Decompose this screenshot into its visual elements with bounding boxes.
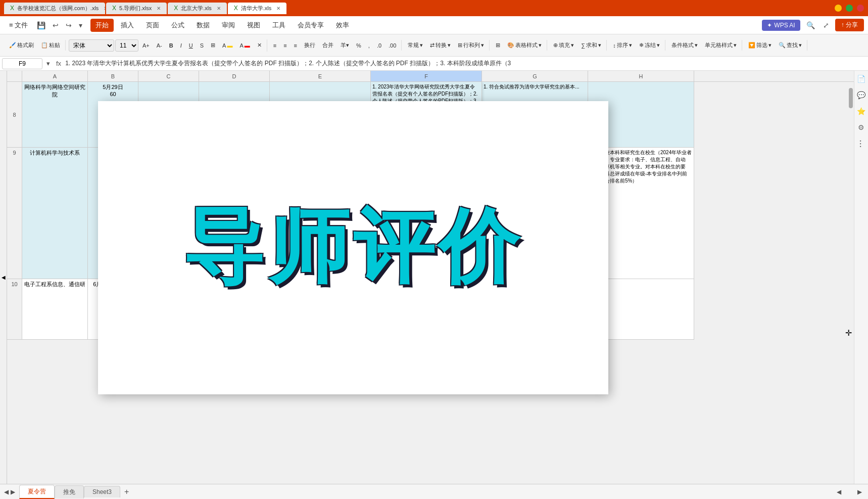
freeze-button[interactable]: ❄冻结▾ — [636, 40, 663, 51]
tab-4-close[interactable]: ✕ — [276, 6, 280, 11]
fill-color-button[interactable]: A▬ — [219, 41, 235, 50]
menu-formula[interactable]: 公式 — [166, 19, 189, 32]
font-increase-button[interactable]: A+ — [139, 41, 153, 50]
scroll-right-button[interactable]: ▶ — [855, 487, 864, 496]
insert-table-button[interactable]: ⊞ — [493, 40, 503, 50]
menu-insert[interactable]: 插入 — [116, 19, 139, 32]
col-header-c[interactable]: C — [138, 71, 199, 81]
align-left-button[interactable]: ≡ — [270, 41, 279, 50]
expand-icon[interactable]: ⤢ — [821, 20, 831, 30]
share-button[interactable]: ↑ 分享 — [835, 19, 864, 31]
tab-2-close[interactable]: ✕ — [157, 6, 161, 11]
sheet-tab-push[interactable]: 推免 — [55, 485, 84, 498]
format-brush-button[interactable]: 🖌️格式刷 — [6, 40, 37, 51]
clear-button[interactable]: ✕ — [254, 40, 265, 50]
font-size-select[interactable]: 11 — [115, 39, 138, 52]
sheet-next-button[interactable]: ▶ — [11, 488, 15, 495]
menu-file[interactable]: ≡ 文件 — [4, 19, 33, 32]
col-header-d[interactable]: D — [199, 71, 270, 81]
col-header-g[interactable]: G — [482, 71, 588, 81]
cond-format-button[interactable]: 条件格式▾ — [668, 40, 701, 51]
filter-button[interactable]: 🔽筛选▾ — [745, 40, 775, 51]
sheet-tab-summer-camp[interactable]: 夏令营 — [19, 485, 55, 499]
scroll-left-button[interactable]: ◀ — [835, 487, 843, 496]
sidebar-star-icon[interactable]: ⭐ — [857, 107, 865, 115]
tab-2[interactable]: X 5.导师们.xlsx ✕ — [106, 3, 167, 14]
find-button[interactable]: 🔍查找▾ — [776, 40, 805, 51]
tab-4[interactable]: X 清华大学.xls ✕ — [228, 3, 287, 14]
sidebar-settings-icon[interactable]: ⚙ — [858, 123, 864, 131]
row-num-10: 10 — [7, 279, 22, 340]
menu-view[interactable]: 视图 — [242, 19, 265, 32]
rows-cols-button[interactable]: ⊞行和列▾ — [455, 40, 487, 51]
percent-button[interactable]: % — [353, 41, 364, 50]
menu-review[interactable]: 审阅 — [217, 19, 240, 32]
menu-page[interactable]: 页面 — [141, 19, 164, 32]
cell-reference-input[interactable] — [2, 58, 42, 69]
more-icon[interactable]: ▾ — [77, 20, 84, 30]
col-header-a[interactable]: A — [22, 71, 88, 81]
minimize-button[interactable] — [835, 5, 842, 12]
cell-a8[interactable]: 网络科学与网络空间研究院 — [22, 82, 88, 148]
menu-efficiency[interactable]: 效率 — [331, 19, 354, 32]
sidebar-file-icon[interactable]: 📄 — [857, 75, 865, 83]
wrap-button[interactable]: 换行 — [301, 40, 318, 51]
underline-button[interactable]: U — [186, 41, 196, 50]
menu-tools[interactable]: 工具 — [267, 19, 291, 32]
italic-button[interactable]: I — [177, 41, 185, 50]
border-button[interactable]: ⊞ — [208, 40, 218, 50]
strikethrough-button[interactable]: S — [197, 41, 207, 50]
undo-icon[interactable]: ↩ — [51, 20, 61, 30]
table-style-button[interactable]: 🎨表格样式▾ — [504, 40, 545, 51]
decimal-dec-button[interactable]: .00 — [385, 41, 399, 50]
col-header-e[interactable]: E — [270, 71, 371, 81]
align-right-button[interactable]: ≡ — [291, 41, 300, 50]
number-format-select[interactable]: 常规▾ — [405, 40, 426, 51]
formula-input[interactable] — [65, 58, 866, 69]
align-center-button[interactable]: ≡ — [280, 41, 290, 50]
menu-home[interactable]: 开始 — [90, 19, 114, 32]
tab-3[interactable]: X 北京大学.xls ✕ — [168, 3, 227, 14]
tab-1-close[interactable]: ✕ — [104, 6, 105, 11]
paste-button[interactable]: 📋粘贴 — [38, 40, 63, 51]
add-sheet-button[interactable]: + — [120, 485, 133, 498]
col-header-f[interactable]: F — [371, 71, 482, 81]
col-header-b[interactable]: B — [88, 71, 138, 81]
redo-icon[interactable]: ↪ — [64, 20, 74, 30]
decimal-inc-button[interactable]: .0 — [374, 41, 384, 50]
sort-button[interactable]: ↕排序▾ — [610, 40, 635, 51]
maximize-button[interactable] — [846, 5, 853, 12]
sheet-tab-sheet3[interactable]: Sheet3 — [84, 486, 120, 497]
cell-style-button[interactable]: 单元格样式▾ — [702, 40, 740, 51]
font-decrease-button[interactable]: A- — [154, 41, 165, 50]
cell-a9[interactable]: 计算机科学与技术系 — [22, 148, 88, 279]
tab-3-close[interactable]: ✕ — [217, 6, 221, 11]
row-collapse-button[interactable]: ◀ — [0, 71, 7, 484]
menu-data[interactable]: 数据 — [191, 19, 215, 32]
expand-formula-icon[interactable]: ▾ — [46, 60, 50, 67]
tab-1[interactable]: X 各学校速览汇总（强网.com）.xls ✕ — [4, 3, 105, 14]
menu-vip[interactable]: 会员专享 — [293, 19, 329, 32]
sheet-prev-button[interactable]: ◀ — [4, 488, 9, 495]
vertical-scrollbar-thumb[interactable] — [849, 88, 853, 108]
font-color-button[interactable]: A▬ — [236, 41, 253, 50]
fill-button[interactable]: ⊕填充▾ — [550, 40, 577, 51]
formula-function-icon[interactable]: fx — [56, 60, 61, 67]
merge-button[interactable]: 合并 — [319, 40, 336, 51]
sum-button[interactable]: ∑求和▾ — [578, 40, 604, 51]
search-icon[interactable]: 🔍 — [804, 20, 817, 30]
sheep-button[interactable]: 羊▾ — [337, 40, 352, 51]
convert-button[interactable]: ⇄转换▾ — [427, 40, 454, 51]
save-icon[interactable]: 💾 — [35, 20, 47, 30]
vertical-scrollbar[interactable] — [848, 82, 854, 484]
wps-ai-button[interactable]: ✦ WPS AI — [762, 20, 800, 31]
font-name-select[interactable]: 宋体 — [69, 39, 114, 52]
close-button[interactable] — [857, 5, 864, 12]
bold-button[interactable]: B — [166, 41, 176, 50]
sidebar-more-icon[interactable]: ··· — [855, 140, 867, 148]
row-num-9: 9 — [7, 148, 22, 279]
comma-button[interactable]: , — [365, 41, 373, 50]
cell-a10[interactable]: 电子工程系信息、通信研 — [22, 279, 88, 340]
col-header-h[interactable]: H — [588, 71, 694, 81]
sidebar-comment-icon[interactable]: 💬 — [857, 91, 865, 99]
